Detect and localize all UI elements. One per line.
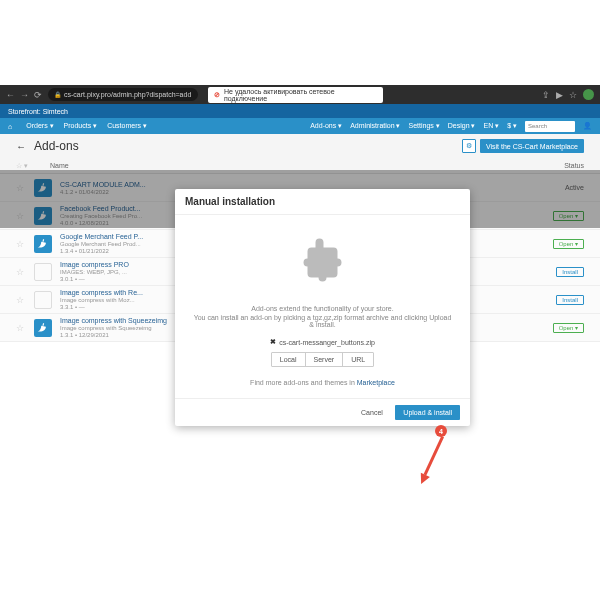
modal-title: Manual installation <box>175 189 470 215</box>
menu-products[interactable]: Products ▾ <box>64 122 98 130</box>
lock-icon: 🔒 <box>54 91 61 98</box>
menu-lang[interactable]: EN ▾ <box>483 122 499 130</box>
cancel-button[interactable]: Cancel <box>353 405 391 420</box>
upload-install-button[interactable]: Upload & install <box>395 405 460 420</box>
menu-administration[interactable]: Administration ▾ <box>350 122 400 130</box>
menu-addons[interactable]: Add-ons ▾ <box>310 122 342 130</box>
search-input[interactable]: Search <box>525 121 575 132</box>
url-text: cs-cart.pixy.pro/admin.php?dispatch=add <box>64 91 191 98</box>
browser-chrome: ← → ⟳ 🔒 cs-cart.pixy.pro/admin.php?dispa… <box>0 85 600 104</box>
source-tabs: Local Server URL <box>271 352 374 367</box>
storefront-label[interactable]: Storefront: Simtech <box>8 108 68 115</box>
favorite-icon[interactable]: ☆ <box>16 239 26 249</box>
forward-icon[interactable]: → <box>20 90 29 100</box>
favorite-column-icon[interactable]: ☆ ▾ <box>16 162 28 170</box>
addon-title[interactable]: Image compress with Squeezeimg <box>60 317 167 324</box>
tab-server[interactable]: Server <box>306 353 344 366</box>
app-topbar: Storefront: Simtech <box>0 104 600 118</box>
addon-info: Image compress with Re...Image compress … <box>60 289 143 310</box>
addon-title[interactable]: Image compress PRO <box>60 261 129 268</box>
tab-url[interactable]: URL <box>343 353 373 366</box>
reload-icon[interactable]: ⟳ <box>34 90 42 100</box>
find-more-text: Find more add-ons and themes in Marketpl… <box>191 379 454 386</box>
error-icon: ⊘ <box>214 91 220 99</box>
share-icon[interactable]: ⇪ <box>542 90 550 100</box>
menu-currency[interactable]: $ ▾ <box>507 122 517 130</box>
addon-info: Image compress with SqueezeimgImage comp… <box>60 317 167 338</box>
addon-subtitle: IMAGES: WEBP, JPG, ... <box>60 269 129 275</box>
browser-notification[interactable]: ⊘ Не удалось активировать сетевое подклю… <box>208 87 383 103</box>
favorite-icon[interactable]: ☆ <box>16 267 26 277</box>
addon-subtitle: Google Merchant Feed Prod... <box>60 241 143 247</box>
puzzle-icon <box>298 235 348 285</box>
home-icon[interactable]: ⌂ <box>8 123 12 130</box>
open-button[interactable]: Open ▾ <box>553 323 584 333</box>
addon-title[interactable]: Image compress with Re... <box>60 289 143 296</box>
file-name: cs-cart-messanger_buttons.zip <box>279 339 375 346</box>
status-column[interactable]: Status <box>564 162 584 169</box>
install-button[interactable]: Install <box>556 295 584 305</box>
menu-settings[interactable]: Settings ▾ <box>409 122 440 130</box>
callout-arrow <box>419 436 447 486</box>
star-icon[interactable]: ☆ <box>569 90 577 100</box>
addon-logo <box>34 291 52 309</box>
back-icon[interactable]: ← <box>6 90 15 100</box>
manual-install-modal: Manual installation Add-ons extend the f… <box>175 189 470 426</box>
back-arrow[interactable]: ← <box>16 141 26 152</box>
marketplace-link[interactable]: Marketplace <box>357 379 395 386</box>
play-icon[interactable]: ▶ <box>556 90 563 100</box>
addon-logo <box>34 263 52 281</box>
open-button[interactable]: Open ▾ <box>553 239 584 249</box>
addon-logo <box>34 235 52 253</box>
addon-meta: 1.3.4 • 01/21/2022 <box>60 248 143 254</box>
favorite-icon[interactable]: ☆ <box>16 323 26 333</box>
selected-file: ✖ cs-cart-messanger_buttons.zip <box>191 338 454 346</box>
visit-marketplace-button[interactable]: Visit the CS-Cart Marketplace <box>480 139 584 153</box>
addon-subtitle: Image compress with Squeezeimg <box>60 325 167 331</box>
url-bar[interactable]: 🔒 cs-cart.pixy.pro/admin.php?dispatch=ad… <box>48 88 198 101</box>
addon-meta: 3.0.1 • — <box>60 276 129 282</box>
notification-text: Не удалось активировать сетевое подключе… <box>224 88 377 102</box>
modal-text-2: You can install an add-on by picking a t… <box>191 314 454 328</box>
addon-info: Image compress PROIMAGES: WEBP, JPG, ...… <box>60 261 129 282</box>
modal-text-1: Add-ons extend the functionality of your… <box>191 305 454 312</box>
menu-design[interactable]: Design ▾ <box>448 122 476 130</box>
remove-file-icon[interactable]: ✖ <box>270 338 276 346</box>
page-title: Add-ons <box>34 139 79 153</box>
install-button[interactable]: Install <box>556 267 584 277</box>
user-icon[interactable]: 👤 <box>583 122 592 130</box>
gear-button[interactable]: ⚙ <box>462 139 476 153</box>
modal-footer: Cancel Upload & install <box>175 398 470 426</box>
menu-orders[interactable]: Orders ▾ <box>26 122 53 130</box>
favorite-icon[interactable]: ☆ <box>16 295 26 305</box>
addon-meta: 1.3.1 • 12/29/2021 <box>60 332 167 338</box>
addon-info: Google Merchant Feed P...Google Merchant… <box>60 233 143 254</box>
addon-logo <box>34 319 52 337</box>
name-column[interactable]: Name <box>50 162 69 169</box>
addon-subtitle: Image compress with Moz... <box>60 297 143 303</box>
addon-title[interactable]: Google Merchant Feed P... <box>60 233 143 240</box>
tab-local[interactable]: Local <box>272 353 306 366</box>
menu-customers[interactable]: Customers ▾ <box>107 122 147 130</box>
profile-avatar[interactable] <box>583 89 594 100</box>
addon-meta: 3.3.1 • — <box>60 304 143 310</box>
main-menu: ⌂ Orders ▾ Products ▾ Customers ▾ Add-on… <box>0 118 600 134</box>
page-header: ← Add-ons ⚙ Visit the CS-Cart Marketplac… <box>0 134 600 158</box>
